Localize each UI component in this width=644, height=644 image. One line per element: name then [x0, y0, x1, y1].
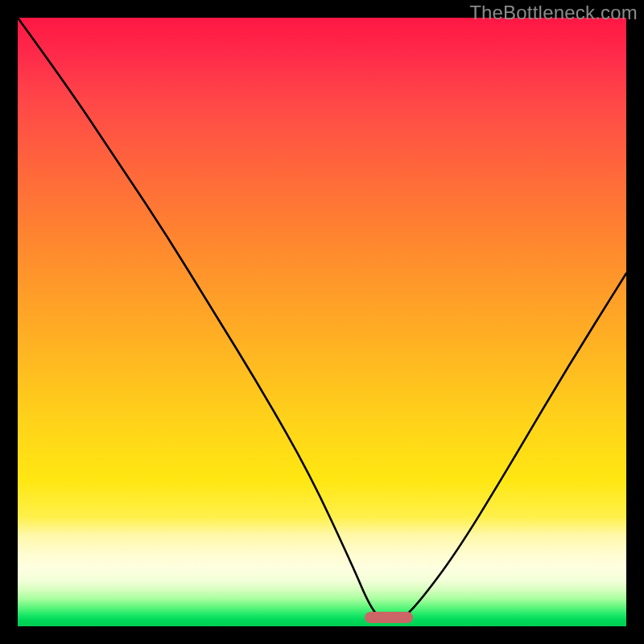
curve-path [18, 18, 626, 620]
watermark-text: TheBottleneck.com [469, 2, 638, 24]
bottleneck-curve [18, 18, 626, 626]
plot-area [18, 18, 626, 626]
chart-frame: TheBottleneck.com [0, 0, 644, 644]
optimum-marker [365, 612, 413, 623]
